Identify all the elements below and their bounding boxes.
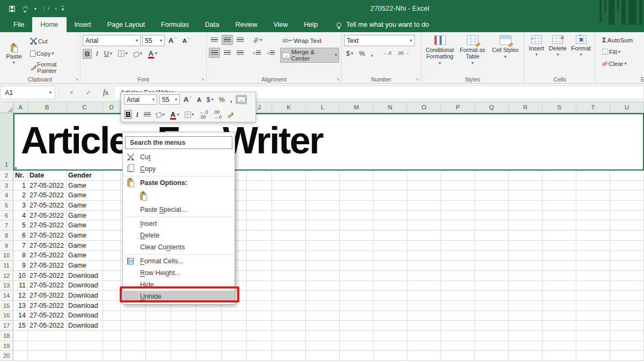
cell[interactable]	[543, 271, 576, 281]
row-header-20[interactable]: 20	[0, 351, 13, 361]
cell[interactable]	[306, 171, 340, 181]
merge-center-button[interactable]: ↔Merge & Center▾	[280, 48, 339, 63]
cell[interactable]	[576, 341, 610, 351]
cell[interactable]	[103, 231, 121, 241]
cell[interactable]	[146, 351, 171, 361]
cell[interactable]	[509, 291, 543, 301]
paste-button[interactable]: Paste ▾	[2, 35, 26, 75]
decrease-decimal-button[interactable]: .00→.0	[211, 109, 223, 120]
decrease-decimal-button[interactable]: .00→	[395, 48, 411, 58]
cell[interactable]	[306, 341, 340, 351]
cell[interactable]	[272, 220, 306, 231]
cell[interactable]	[475, 301, 509, 311]
select-all-corner[interactable]	[0, 102, 13, 113]
cell[interactable]	[576, 241, 610, 251]
cell[interactable]	[509, 281, 543, 291]
undo-chevron-icon[interactable]: ▾	[34, 6, 36, 11]
cell[interactable]	[543, 281, 576, 291]
row-header-15[interactable]: 15	[0, 301, 13, 311]
menu-item-delete[interactable]: Delete	[123, 230, 235, 241]
cell[interactable]	[247, 311, 272, 321]
cell[interactable]: 9	[13, 261, 28, 271]
font-size-combo[interactable]: 55▾	[142, 35, 165, 46]
cut-button[interactable]: Cut	[28, 36, 78, 46]
font-color-button[interactable]: A▾	[146, 49, 159, 59]
italic-button[interactable]: I	[134, 110, 140, 120]
cell[interactable]	[610, 341, 644, 351]
cell[interactable]	[475, 311, 509, 321]
cell[interactable]	[272, 281, 306, 291]
cell[interactable]	[543, 241, 576, 251]
cell[interactable]	[509, 181, 543, 191]
cell[interactable]	[543, 331, 576, 341]
cell[interactable]	[576, 321, 610, 331]
cell[interactable]: Download	[67, 291, 103, 301]
cell[interactable]	[306, 241, 340, 251]
cell[interactable]	[306, 351, 340, 361]
cell[interactable]	[171, 341, 196, 351]
cell[interactable]	[543, 231, 576, 241]
cell[interactable]	[475, 291, 509, 301]
cell[interactable]	[247, 301, 272, 311]
cell[interactable]	[441, 271, 475, 281]
cell[interactable]	[103, 331, 121, 341]
cell[interactable]	[441, 211, 475, 221]
cell[interactable]	[247, 351, 272, 361]
cell[interactable]	[475, 231, 509, 241]
cell[interactable]	[610, 351, 644, 361]
tell-me-box[interactable]: Tell me what you want to do	[336, 17, 429, 32]
cell[interactable]	[306, 231, 340, 241]
cell[interactable]	[509, 351, 543, 361]
cell[interactable]	[103, 311, 121, 321]
customize-qat-icon[interactable]: ▾	[62, 6, 64, 12]
row-header-6[interactable]: 6	[0, 211, 13, 221]
cell[interactable]: 12	[13, 291, 28, 301]
column-header-o[interactable]: O	[407, 102, 441, 113]
cell[interactable]	[272, 190, 306, 201]
cell[interactable]	[509, 301, 543, 311]
menu-search-input[interactable]	[125, 136, 232, 149]
insert-cells-button[interactable]: ← Insert▾	[529, 35, 544, 75]
cell[interactable]	[509, 321, 543, 331]
format-cells-button[interactable]: ↔ Format▾	[571, 35, 590, 75]
cell[interactable]	[306, 251, 340, 261]
cell[interactable]	[146, 321, 171, 331]
cell[interactable]: Download	[67, 281, 103, 291]
menu-item-insert[interactable]: Insert	[123, 218, 235, 230]
cell[interactable]	[340, 231, 374, 241]
cell[interactable]	[103, 261, 121, 271]
cell[interactable]	[222, 331, 247, 341]
clear-button[interactable]: Clear▾	[600, 58, 644, 69]
cell[interactable]	[121, 311, 146, 321]
align-left-button[interactable]	[209, 48, 220, 58]
cell[interactable]	[543, 311, 576, 321]
cell[interactable]	[441, 261, 475, 271]
cell[interactable]	[196, 331, 222, 341]
cell[interactable]	[374, 190, 407, 201]
cell[interactable]	[576, 291, 610, 301]
cell[interactable]	[441, 220, 475, 231]
cell[interactable]	[374, 261, 407, 271]
cell[interactable]	[475, 261, 509, 271]
cell[interactable]	[441, 301, 475, 311]
cell[interactable]	[146, 341, 171, 351]
cell[interactable]	[475, 271, 509, 281]
cell[interactable]	[374, 291, 407, 301]
cell[interactable]	[407, 271, 441, 281]
delete-cells-button[interactable]: × Delete▾	[549, 35, 567, 75]
cell[interactable]	[576, 261, 610, 271]
row-header-8[interactable]: 8	[0, 231, 13, 241]
cell[interactable]	[576, 181, 610, 191]
cell[interactable]: Game	[67, 190, 103, 201]
fill-color-button[interactable]: ▾	[155, 110, 166, 119]
cell[interactable]	[441, 291, 475, 301]
cell[interactable]	[247, 241, 272, 251]
cell[interactable]	[407, 341, 441, 351]
cell[interactable]	[576, 251, 610, 261]
cell[interactable]	[247, 231, 272, 241]
increase-font-button[interactable]: A˄	[182, 95, 193, 104]
undo-icon[interactable]	[21, 4, 30, 13]
cell[interactable]: Game	[67, 261, 103, 271]
cell-styles-button[interactable]: Cell Styles▾	[489, 35, 522, 75]
cell[interactable]	[247, 220, 272, 231]
